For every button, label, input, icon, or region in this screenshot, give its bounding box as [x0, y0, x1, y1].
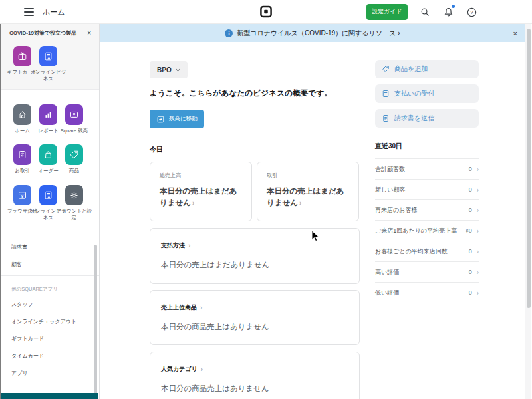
take-payment-button[interactable]: 支払いの受付 [375, 84, 479, 103]
top-selling-items-card: 売上上位商品› 本日分の商品売上はありません [150, 290, 360, 345]
square-logo-icon [260, 5, 273, 18]
covid-section-close-icon[interactable]: × [87, 30, 91, 37]
transactions-icon [13, 144, 31, 165]
today-cards-row: 総売上高 本日分の売上はまだありません› 取引 本日分の売上はまだありません› [150, 162, 360, 221]
notifications-bell-icon[interactable] [442, 6, 454, 18]
scrollbar-thumb[interactable] [527, 29, 531, 308]
sidebar-divider [0, 275, 99, 276]
payment-terminal-icon [382, 90, 390, 98]
business-selector-dropdown[interactable]: BPO [150, 61, 188, 78]
covid-resources-banner: i 新型コロナウイルス（COVID-19）に関するリソース › × [100, 24, 525, 42]
last-30-days-title: 直近30日 [375, 142, 479, 151]
search-icon[interactable] [419, 6, 431, 18]
item-tag-icon [65, 144, 83, 165]
page-title: ホーム [43, 7, 65, 17]
popular-categories-link[interactable]: 人気カテゴリ› [161, 365, 203, 374]
sidebar-item-customers[interactable]: 顧客 [0, 256, 99, 273]
payment-methods-link[interactable]: 支払方法› [161, 241, 190, 250]
banner-close-icon[interactable]: × [513, 29, 517, 37]
balance-card-icon [65, 104, 83, 125]
stat-average-visits-per-customer[interactable]: お客様ごとの平均来店回数 0 › [375, 241, 479, 261]
stats-list: 合計顧客数 0 › 新しい顧客 0 › 再来店のお客様 0 › ご来店1回あたり… [375, 158, 479, 303]
send-invoice-button[interactable]: 請求書を送信 [375, 109, 479, 128]
stat-returning-customers[interactable]: 再来店のお客様 0 › [375, 200, 479, 220]
top-selling-items-link[interactable]: 売上上位商品› [161, 303, 202, 312]
top-bar: ホーム 設定ガイド [0, 0, 532, 24]
sidebar-app-grid: ホーム レポート Square 残高 お取引 [0, 104, 99, 221]
gear-icon [65, 185, 83, 205]
stat-average-sale-per-visit[interactable]: ご来店1回あたりの平均売上高 ¥0 › [375, 220, 479, 241]
notification-dot [452, 5, 455, 8]
go-to-balance-button[interactable]: 残高に移動 [150, 110, 204, 128]
stat-negative-feedback[interactable]: 低い評価 0 › [375, 282, 479, 303]
sidebar-item-online-checkout[interactable]: オンラインチェックアウト [0, 313, 99, 331]
welcome-heading: ようこそ。こちらがあなたのビジネスの概要です。 [150, 88, 360, 98]
sidebar-item-apps[interactable]: アプリ [0, 365, 99, 382]
chevron-right-icon: › [477, 269, 479, 276]
covid-section-title: COVID-19対策で役立つ製品 [9, 29, 87, 37]
help-icon[interactable]: ? [466, 6, 477, 18]
square-dashboard-screen: ホーム 設定ガイド [0, 0, 532, 399]
main-content: BPO ようこそ。こちらがあなたのビジネスの概要です。 残高に移動 今日 総売上… [150, 42, 360, 399]
sidebar-item-gift-cards[interactable]: ギフトカード [0, 331, 99, 348]
sidebar-item-staff[interactable]: スタッフ [0, 296, 99, 313]
sidebar-footer-bar [1, 393, 98, 399]
chevron-right-icon: › [201, 366, 203, 373]
page-scrollbar[interactable] [525, 24, 531, 399]
today-section-title: 今日 [150, 145, 360, 154]
sidebar: COVID-19対策で役立つ製品 × ギフトカード オンラインビジネス [0, 24, 100, 399]
svg-text:?: ? [470, 9, 473, 15]
stat-positive-feedback[interactable]: 高い評価 0 › [375, 261, 479, 282]
gift-card-icon [13, 46, 31, 66]
chevron-down-icon [176, 68, 180, 72]
sidebar-tile-online-business[interactable]: オンラインビジネス [35, 46, 61, 82]
chevron-right-icon: › [192, 200, 194, 207]
chevron-right-icon: › [477, 248, 479, 255]
other-apps-label: 他のSQUAREアプリ [11, 286, 99, 293]
right-panel: 商品を追加 支払いの受付 請求書を送信 直近30日 合計顧客数 0 › 新しい顧… [375, 42, 479, 303]
window-edge [0, 24, 1, 399]
chevron-right-icon: › [477, 207, 479, 214]
chevron-right-icon: › [477, 289, 479, 297]
bar-chart-icon [39, 104, 57, 125]
calculator-icon [39, 46, 57, 66]
invoice-icon [382, 114, 390, 122]
sidebar-tile-balance[interactable]: Square 残高 [61, 104, 87, 134]
add-item-button[interactable]: 商品を追加 [375, 60, 479, 78]
home-icon [13, 104, 31, 125]
sidebar-nav: 請求書 顧客 他のSQUAREアプリ スタッフ オンラインチェックアウト ギフト… [0, 239, 99, 382]
chevron-right-icon: › [299, 200, 301, 207]
sidebar-tile-account-settings[interactable]: アカウントと設定 [61, 185, 87, 221]
payment-methods-card: 支払方法› 本日分の売上はまだありません [150, 228, 360, 284]
browser-payment-icon [13, 185, 31, 205]
balance-transfer-icon [156, 115, 165, 124]
chevron-right-icon: › [477, 227, 479, 235]
gross-sales-card[interactable]: 総売上高 本日分の売上はまだありません› [150, 162, 252, 221]
transactions-card[interactable]: 取引 本日分の売上はまだありません› [257, 162, 359, 221]
chevron-right-icon: › [477, 186, 479, 194]
chevron-right-icon: › [200, 304, 202, 311]
sidebar-scrollbar[interactable] [94, 245, 97, 396]
banner-link[interactable]: 新型コロナウイルス（COVID-19）に関するリソース › [237, 29, 400, 38]
order-bag-icon [39, 144, 57, 165]
menu-icon[interactable] [24, 8, 34, 16]
tag-icon [382, 65, 390, 73]
sidebar-item-invoices[interactable]: 請求書 [0, 239, 99, 256]
popular-categories-card: 人気カテゴリ› 本日分の商品売上はありません [150, 352, 360, 399]
calculator-icon [39, 185, 57, 205]
covid-products-section: COVID-19対策で役立つ製品 × ギフトカード オンラインビジネス [0, 24, 99, 90]
sidebar-item-timecards[interactable]: タイムカード [0, 348, 99, 365]
stat-new-customers[interactable]: 新しい顧客 0 › [375, 179, 479, 200]
setup-guide-button[interactable]: 設定ガイド [366, 4, 408, 20]
sidebar-tile-items[interactable]: 商品 [61, 144, 87, 174]
stat-total-customers[interactable]: 合計顧客数 0 › [375, 158, 479, 179]
chevron-right-icon: › [188, 242, 190, 249]
chevron-right-icon: › [477, 166, 479, 173]
info-icon: i [225, 29, 233, 37]
